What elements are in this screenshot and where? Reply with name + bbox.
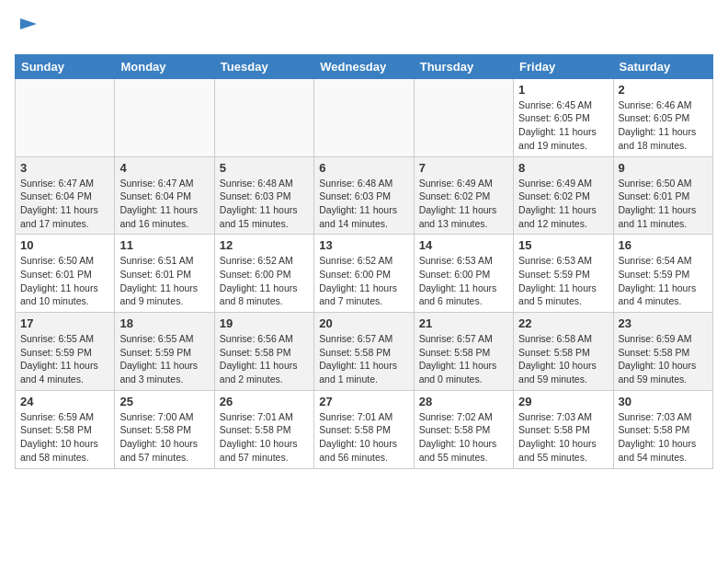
day-cell (115, 78, 214, 156)
day-cell: 27Sunrise: 7:01 AMSunset: 5:58 PMDayligh… (314, 390, 414, 468)
day-info: Sunrise: 6:49 AMSunset: 6:02 PMDaylight:… (518, 177, 608, 231)
day-info: Sunrise: 6:54 AMSunset: 5:59 PMDaylight:… (619, 254, 708, 308)
week-row-5: 24Sunrise: 6:59 AMSunset: 5:58 PMDayligh… (16, 390, 713, 468)
day-info: Sunrise: 6:47 AMSunset: 6:04 PMDaylight:… (20, 177, 109, 231)
day-cell: 4Sunrise: 6:47 AMSunset: 6:04 PMDaylight… (115, 156, 214, 235)
day-number: 8 (518, 161, 608, 175)
day-cell: 5Sunrise: 6:48 AMSunset: 6:03 PMDaylight… (214, 156, 313, 235)
day-cell: 22Sunrise: 6:58 AMSunset: 5:58 PMDayligh… (514, 313, 613, 391)
day-info: Sunrise: 6:56 AMSunset: 5:58 PMDaylight:… (220, 332, 309, 386)
day-cell: 10Sunrise: 6:50 AMSunset: 6:01 PMDayligh… (16, 235, 115, 313)
day-cell: 23Sunrise: 6:59 AMSunset: 5:58 PMDayligh… (613, 313, 712, 391)
day-info: Sunrise: 6:47 AMSunset: 6:04 PMDaylight:… (119, 177, 209, 231)
day-info: Sunrise: 7:01 AMSunset: 5:58 PMDaylight:… (319, 410, 408, 465)
day-cell: 15Sunrise: 6:53 AMSunset: 5:59 PMDayligh… (514, 235, 613, 313)
day-info: Sunrise: 6:48 AMSunset: 6:03 PMDaylight:… (220, 177, 309, 231)
day-info: Sunrise: 6:59 AMSunset: 5:58 PMDaylight:… (20, 410, 109, 465)
day-number: 29 (518, 395, 608, 408)
day-number: 16 (619, 238, 708, 252)
day-number: 23 (619, 316, 708, 330)
day-info: Sunrise: 7:02 AMSunset: 5:58 PMDaylight:… (419, 410, 508, 465)
day-info: Sunrise: 6:50 AMSunset: 6:01 PMDaylight:… (619, 177, 708, 231)
weekday-sunday: Sunday (16, 54, 115, 78)
svg-marker-0 (20, 18, 37, 29)
day-info: Sunrise: 6:52 AMSunset: 6:00 PMDaylight:… (319, 254, 408, 308)
day-info: Sunrise: 7:01 AMSunset: 5:58 PMDaylight:… (220, 410, 309, 465)
day-cell: 11Sunrise: 6:51 AMSunset: 6:01 PMDayligh… (115, 235, 214, 313)
day-cell: 26Sunrise: 7:01 AMSunset: 5:58 PMDayligh… (214, 390, 313, 468)
day-cell: 12Sunrise: 6:52 AMSunset: 6:00 PMDayligh… (214, 235, 313, 313)
day-number: 11 (119, 238, 209, 252)
day-number: 6 (319, 161, 408, 175)
day-cell: 3Sunrise: 6:47 AMSunset: 6:04 PMDaylight… (16, 156, 115, 235)
day-cell: 16Sunrise: 6:54 AMSunset: 5:59 PMDayligh… (613, 235, 712, 313)
day-cell: 6Sunrise: 6:48 AMSunset: 6:03 PMDaylight… (314, 156, 414, 235)
day-number: 15 (518, 238, 608, 252)
weekday-header-row: SundayMondayTuesdayWednesdayThursdayFrid… (16, 54, 713, 78)
day-info: Sunrise: 6:46 AMSunset: 6:05 PMDaylight:… (619, 98, 708, 153)
day-cell: 28Sunrise: 7:02 AMSunset: 5:58 PMDayligh… (414, 390, 513, 468)
day-info: Sunrise: 6:45 AMSunset: 6:05 PMDaylight:… (518, 98, 608, 153)
day-cell: 13Sunrise: 6:52 AMSunset: 6:00 PMDayligh… (314, 235, 414, 313)
day-cell: 17Sunrise: 6:55 AMSunset: 5:59 PMDayligh… (16, 313, 115, 391)
day-number: 7 (419, 161, 508, 175)
day-info: Sunrise: 6:58 AMSunset: 5:58 PMDaylight:… (518, 332, 608, 386)
day-info: Sunrise: 6:52 AMSunset: 6:00 PMDaylight:… (220, 254, 309, 308)
day-cell: 9Sunrise: 6:50 AMSunset: 6:01 PMDaylight… (613, 156, 712, 235)
week-row-3: 10Sunrise: 6:50 AMSunset: 6:01 PMDayligh… (16, 235, 713, 313)
day-cell: 8Sunrise: 6:49 AMSunset: 6:02 PMDaylight… (514, 156, 613, 235)
day-cell: 30Sunrise: 7:03 AMSunset: 5:58 PMDayligh… (613, 390, 712, 468)
day-number: 30 (619, 395, 708, 408)
day-number: 2 (619, 83, 708, 97)
week-row-1: 1Sunrise: 6:45 AMSunset: 6:05 PMDaylight… (16, 78, 713, 156)
day-number: 4 (119, 161, 209, 175)
day-cell (214, 78, 313, 156)
week-row-4: 17Sunrise: 6:55 AMSunset: 5:59 PMDayligh… (16, 313, 713, 391)
day-number: 21 (419, 316, 508, 330)
day-cell: 14Sunrise: 6:53 AMSunset: 6:00 PMDayligh… (414, 235, 513, 313)
day-number: 22 (518, 316, 608, 330)
day-info: Sunrise: 7:03 AMSunset: 5:58 PMDaylight:… (518, 410, 608, 465)
day-cell: 20Sunrise: 6:57 AMSunset: 5:58 PMDayligh… (314, 313, 414, 391)
calendar-table: SundayMondayTuesdayWednesdayThursdayFrid… (15, 54, 713, 469)
weekday-wednesday: Wednesday (314, 54, 414, 78)
day-info: Sunrise: 6:48 AMSunset: 6:03 PMDaylight:… (319, 177, 408, 231)
day-info: Sunrise: 6:55 AMSunset: 5:59 PMDaylight:… (20, 332, 109, 386)
day-number: 5 (220, 161, 309, 175)
weekday-thursday: Thursday (414, 54, 513, 78)
day-number: 24 (20, 395, 109, 408)
page-header (15, 15, 713, 45)
weekday-saturday: Saturday (613, 54, 712, 78)
day-info: Sunrise: 7:00 AMSunset: 5:58 PMDaylight:… (119, 410, 209, 465)
day-number: 25 (119, 395, 209, 408)
calendar-body: 1Sunrise: 6:45 AMSunset: 6:05 PMDaylight… (16, 78, 713, 468)
day-cell: 29Sunrise: 7:03 AMSunset: 5:58 PMDayligh… (514, 390, 613, 468)
day-number: 18 (119, 316, 209, 330)
day-number: 13 (319, 238, 408, 252)
day-number: 28 (419, 395, 508, 408)
day-cell: 2Sunrise: 6:46 AMSunset: 6:05 PMDaylight… (613, 78, 712, 156)
day-info: Sunrise: 7:03 AMSunset: 5:58 PMDaylight:… (619, 410, 708, 465)
day-number: 9 (619, 161, 708, 175)
day-number: 3 (20, 161, 109, 175)
day-number: 19 (220, 316, 309, 330)
day-info: Sunrise: 6:53 AMSunset: 6:00 PMDaylight:… (419, 254, 508, 308)
day-cell (314, 78, 414, 156)
day-cell: 21Sunrise: 6:57 AMSunset: 5:58 PMDayligh… (414, 313, 513, 391)
day-cell: 24Sunrise: 6:59 AMSunset: 5:58 PMDayligh… (16, 390, 115, 468)
day-cell: 19Sunrise: 6:56 AMSunset: 5:58 PMDayligh… (214, 313, 313, 391)
day-cell: 7Sunrise: 6:49 AMSunset: 6:02 PMDaylight… (414, 156, 513, 235)
weekday-monday: Monday (115, 54, 214, 78)
day-number: 17 (20, 316, 109, 330)
day-cell: 25Sunrise: 7:00 AMSunset: 5:58 PMDayligh… (115, 390, 214, 468)
week-row-2: 3Sunrise: 6:47 AMSunset: 6:04 PMDaylight… (16, 156, 713, 235)
day-number: 12 (220, 238, 309, 252)
day-info: Sunrise: 6:53 AMSunset: 5:59 PMDaylight:… (518, 254, 608, 308)
day-cell (414, 78, 513, 156)
day-number: 14 (419, 238, 508, 252)
day-info: Sunrise: 6:49 AMSunset: 6:02 PMDaylight:… (419, 177, 508, 231)
day-cell: 1Sunrise: 6:45 AMSunset: 6:05 PMDaylight… (514, 78, 613, 156)
day-info: Sunrise: 6:55 AMSunset: 5:59 PMDaylight:… (119, 332, 209, 386)
day-info: Sunrise: 6:51 AMSunset: 6:01 PMDaylight:… (119, 254, 209, 308)
weekday-friday: Friday (514, 54, 613, 78)
